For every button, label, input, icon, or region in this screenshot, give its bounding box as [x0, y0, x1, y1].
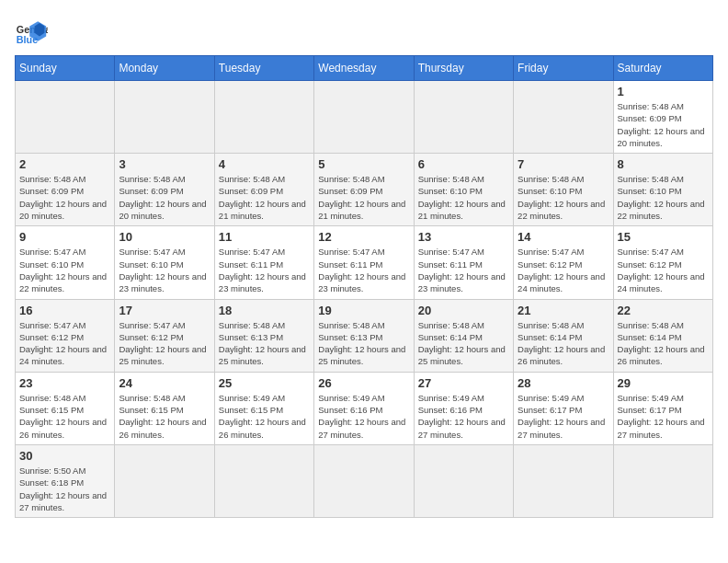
day-info: Sunrise: 5:48 AM Sunset: 6:10 PM Dayligh…: [618, 173, 709, 222]
calendar-cell: 3Sunrise: 5:48 AM Sunset: 6:09 PM Daylig…: [115, 154, 214, 226]
day-number: 13: [418, 230, 509, 244]
day-number: 21: [518, 304, 609, 317]
day-number: 28: [518, 376, 609, 390]
calendar-cell: 9Sunrise: 5:47 AM Sunset: 6:10 PM Daylig…: [16, 226, 115, 299]
day-header-sunday: Sunday: [16, 56, 115, 81]
calendar-cell: 22Sunrise: 5:48 AM Sunset: 6:14 PM Dayli…: [613, 299, 712, 372]
day-info: Sunrise: 5:48 AM Sunset: 6:13 PM Dayligh…: [318, 319, 409, 368]
day-header-thursday: Thursday: [414, 56, 513, 81]
day-header-friday: Friday: [514, 56, 613, 81]
day-info: Sunrise: 5:48 AM Sunset: 6:14 PM Dayligh…: [418, 319, 509, 368]
day-number: 27: [418, 376, 509, 390]
calendar-cell: 7Sunrise: 5:48 AM Sunset: 6:10 PM Daylig…: [514, 154, 613, 226]
day-info: Sunrise: 5:48 AM Sunset: 6:10 PM Dayligh…: [418, 173, 509, 222]
day-number: 30: [19, 449, 110, 463]
day-info: Sunrise: 5:47 AM Sunset: 6:10 PM Dayligh…: [19, 246, 110, 294]
calendar-cell: 2Sunrise: 5:48 AM Sunset: 6:09 PM Daylig…: [16, 154, 115, 226]
calendar-cell: 25Sunrise: 5:49 AM Sunset: 6:15 PM Dayli…: [214, 372, 313, 444]
calendar-cell: 11Sunrise: 5:47 AM Sunset: 6:11 PM Dayli…: [214, 226, 313, 299]
calendar-week-row: 23Sunrise: 5:48 AM Sunset: 6:15 PM Dayli…: [16, 372, 713, 444]
day-number: 26: [318, 376, 409, 390]
day-number: 3: [119, 157, 210, 171]
calendar-cell: [16, 81, 115, 154]
calendar-cell: 19Sunrise: 5:48 AM Sunset: 6:13 PM Dayli…: [314, 299, 414, 372]
calendar-cell: 20Sunrise: 5:48 AM Sunset: 6:14 PM Dayli…: [414, 299, 513, 372]
day-info: Sunrise: 5:48 AM Sunset: 6:15 PM Dayligh…: [119, 392, 210, 441]
day-info: Sunrise: 5:48 AM Sunset: 6:13 PM Dayligh…: [219, 319, 310, 368]
day-info: Sunrise: 5:47 AM Sunset: 6:11 PM Dayligh…: [219, 246, 310, 294]
calendar-cell: [514, 81, 613, 154]
day-info: Sunrise: 5:48 AM Sunset: 6:09 PM Dayligh…: [318, 173, 409, 222]
calendar-week-row: 30Sunrise: 5:50 AM Sunset: 6:18 PM Dayli…: [16, 444, 713, 517]
calendar-header-row: SundayMondayTuesdayWednesdayThursdayFrid…: [16, 56, 713, 81]
day-info: Sunrise: 5:48 AM Sunset: 6:10 PM Dayligh…: [518, 173, 609, 222]
day-number: 2: [19, 157, 110, 171]
day-number: 19: [318, 304, 409, 317]
day-info: Sunrise: 5:48 AM Sunset: 6:14 PM Dayligh…: [518, 319, 609, 368]
calendar-cell: 10Sunrise: 5:47 AM Sunset: 6:10 PM Dayli…: [115, 226, 214, 299]
day-number: 12: [318, 230, 409, 244]
calendar-cell: [115, 81, 214, 154]
logo-icon: General Blue: [15, 15, 48, 48]
day-info: Sunrise: 5:48 AM Sunset: 6:09 PM Dayligh…: [19, 173, 110, 222]
day-number: 14: [518, 230, 609, 244]
day-number: 8: [618, 157, 709, 171]
day-number: 9: [19, 230, 110, 244]
calendar-week-row: 1Sunrise: 5:48 AM Sunset: 6:09 PM Daylig…: [16, 81, 713, 154]
calendar-cell: [314, 444, 414, 517]
day-info: Sunrise: 5:48 AM Sunset: 6:14 PM Dayligh…: [618, 319, 709, 368]
day-info: Sunrise: 5:49 AM Sunset: 6:15 PM Dayligh…: [219, 392, 310, 441]
day-info: Sunrise: 5:47 AM Sunset: 6:12 PM Dayligh…: [19, 319, 110, 368]
calendar-week-row: 2Sunrise: 5:48 AM Sunset: 6:09 PM Daylig…: [16, 154, 713, 226]
calendar-cell: 26Sunrise: 5:49 AM Sunset: 6:16 PM Dayli…: [314, 372, 414, 444]
calendar-table: SundayMondayTuesdayWednesdayThursdayFrid…: [15, 55, 713, 518]
day-info: Sunrise: 5:47 AM Sunset: 6:12 PM Dayligh…: [618, 246, 709, 294]
day-info: Sunrise: 5:49 AM Sunset: 6:16 PM Dayligh…: [418, 392, 509, 441]
day-info: Sunrise: 5:49 AM Sunset: 6:17 PM Dayligh…: [518, 392, 609, 441]
day-number: 4: [219, 157, 310, 171]
day-info: Sunrise: 5:48 AM Sunset: 6:09 PM Dayligh…: [119, 173, 210, 222]
day-header-wednesday: Wednesday: [314, 56, 414, 81]
day-header-monday: Monday: [115, 56, 214, 81]
calendar-cell: 6Sunrise: 5:48 AM Sunset: 6:10 PM Daylig…: [414, 154, 513, 226]
logo: General Blue: [15, 15, 51, 48]
calendar-cell: 28Sunrise: 5:49 AM Sunset: 6:17 PM Dayli…: [514, 372, 613, 444]
calendar-cell: 24Sunrise: 5:48 AM Sunset: 6:15 PM Dayli…: [115, 372, 214, 444]
day-number: 17: [119, 304, 210, 317]
calendar-cell: 1Sunrise: 5:48 AM Sunset: 6:09 PM Daylig…: [613, 81, 712, 154]
day-info: Sunrise: 5:47 AM Sunset: 6:12 PM Dayligh…: [518, 246, 609, 294]
day-number: 1: [618, 85, 709, 98]
calendar-cell: [314, 81, 414, 154]
day-number: 23: [19, 376, 110, 390]
day-number: 7: [518, 157, 609, 171]
day-number: 29: [618, 376, 709, 390]
day-number: 10: [119, 230, 210, 244]
day-info: Sunrise: 5:48 AM Sunset: 6:15 PM Dayligh…: [19, 392, 110, 441]
calendar-cell: 21Sunrise: 5:48 AM Sunset: 6:14 PM Dayli…: [514, 299, 613, 372]
calendar-cell: [214, 444, 313, 517]
calendar-cell: [514, 444, 613, 517]
calendar-cell: 13Sunrise: 5:47 AM Sunset: 6:11 PM Dayli…: [414, 226, 513, 299]
day-number: 15: [618, 230, 709, 244]
calendar-cell: 30Sunrise: 5:50 AM Sunset: 6:18 PM Dayli…: [16, 444, 115, 517]
calendar-cell: 18Sunrise: 5:48 AM Sunset: 6:13 PM Dayli…: [214, 299, 313, 372]
calendar-cell: [214, 81, 313, 154]
page-header: General Blue: [15, 15, 713, 48]
calendar-cell: 4Sunrise: 5:48 AM Sunset: 6:09 PM Daylig…: [214, 154, 313, 226]
day-info: Sunrise: 5:48 AM Sunset: 6:09 PM Dayligh…: [219, 173, 310, 222]
day-info: Sunrise: 5:47 AM Sunset: 6:10 PM Dayligh…: [119, 246, 210, 294]
calendar-cell: 29Sunrise: 5:49 AM Sunset: 6:17 PM Dayli…: [613, 372, 712, 444]
calendar-cell: 15Sunrise: 5:47 AM Sunset: 6:12 PM Dayli…: [613, 226, 712, 299]
calendar-cell: [115, 444, 214, 517]
calendar-cell: 17Sunrise: 5:47 AM Sunset: 6:12 PM Dayli…: [115, 299, 214, 372]
calendar-cell: 12Sunrise: 5:47 AM Sunset: 6:11 PM Dayli…: [314, 226, 414, 299]
calendar-cell: 8Sunrise: 5:48 AM Sunset: 6:10 PM Daylig…: [613, 154, 712, 226]
calendar-week-row: 16Sunrise: 5:47 AM Sunset: 6:12 PM Dayli…: [16, 299, 713, 372]
day-info: Sunrise: 5:50 AM Sunset: 6:18 PM Dayligh…: [19, 465, 110, 513]
calendar-cell: 14Sunrise: 5:47 AM Sunset: 6:12 PM Dayli…: [514, 226, 613, 299]
calendar-cell: [613, 444, 712, 517]
calendar-cell: 16Sunrise: 5:47 AM Sunset: 6:12 PM Dayli…: [16, 299, 115, 372]
day-number: 5: [318, 157, 409, 171]
day-info: Sunrise: 5:49 AM Sunset: 6:16 PM Dayligh…: [318, 392, 409, 441]
day-number: 20: [418, 304, 509, 317]
